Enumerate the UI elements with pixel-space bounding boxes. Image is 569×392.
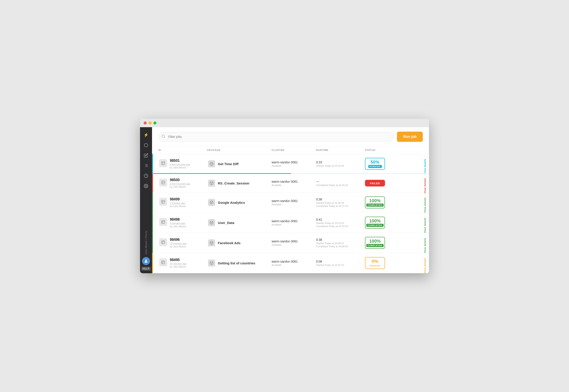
package-cell: Getting list of countries xyxy=(208,259,272,266)
view-details-column: ⋮ View details xyxy=(423,232,427,254)
table-row[interactable]: 98495 32 minutes ago by John Moore Getti… xyxy=(152,253,429,273)
svg-rect-11 xyxy=(162,162,165,165)
more-options-icon[interactable]: ⋮ xyxy=(423,191,427,196)
status-label: COMPLETED xyxy=(366,224,384,227)
job-started: Started Today at 16:06:07 xyxy=(316,242,365,245)
sidebar-item-gear[interactable] xyxy=(142,182,150,190)
maximize-button[interactable] xyxy=(153,121,156,125)
more-options-icon[interactable]: ⋮ xyxy=(423,154,427,157)
package-name: Getting list of countries xyxy=(218,261,255,265)
view-details-column: ⋮ View details xyxy=(423,154,427,175)
help-badge: HELP xyxy=(141,267,151,271)
status-badge: 100% COMPLETED xyxy=(365,196,385,209)
svg-rect-15 xyxy=(162,181,165,184)
status-label: RUNNING xyxy=(368,165,382,168)
more-options-icon[interactable]: ⋮ xyxy=(423,252,427,256)
job-by: by John Moore xyxy=(170,266,186,268)
package-name: Get Time Diff xyxy=(218,162,239,166)
sidebar-item-list[interactable] xyxy=(142,161,150,170)
status-cell: 100% COMPLETED xyxy=(365,217,405,229)
job-id-info: 98498 4 minutes ago by John Moore xyxy=(170,218,186,228)
search-container xyxy=(158,132,393,141)
table-row[interactable]: 98498 4 minutes ago by John Moore User_D… xyxy=(152,213,429,233)
runtime-cell: 0:41 Started Today at 16:14:53 Completed… xyxy=(316,218,365,227)
package-icon xyxy=(208,239,215,246)
svg-rect-19 xyxy=(162,200,165,203)
runtime-cell: --- Completed Today at 16:18:16 xyxy=(316,180,365,186)
package-cell: User_Data xyxy=(208,219,272,226)
status-percent: 50% xyxy=(371,160,379,165)
col-status: STATUS xyxy=(365,149,405,151)
svg-rect-23 xyxy=(162,220,165,224)
runtime-cell: 0:06 Started Today at 15:47:23 xyxy=(316,260,365,266)
status-badge: 0% PENDING xyxy=(365,257,385,269)
search-icon xyxy=(161,134,165,139)
table-row[interactable]: 98501 a few seconds ago by John Moore Ge… xyxy=(152,154,429,174)
view-details-link[interactable]: View details xyxy=(423,196,427,213)
status-cell: 100% COMPLETED xyxy=(365,196,405,209)
run-job-button[interactable]: Run job xyxy=(397,132,423,142)
svg-rect-31 xyxy=(162,261,165,264)
package-icon xyxy=(208,160,215,167)
job-id-number: 98500 xyxy=(170,178,190,182)
svg-point-9 xyxy=(162,135,165,137)
close-button[interactable] xyxy=(144,121,147,125)
job-id-cell: 98500 a few seconds ago by John Moore xyxy=(159,178,208,188)
status-percent: 100% xyxy=(369,198,380,203)
package-name: Facebook Ads xyxy=(218,241,240,245)
sidebar-item-edit[interactable] xyxy=(142,151,150,160)
more-options-icon[interactable]: ⋮ xyxy=(423,211,427,216)
sidebar-item-box[interactable] xyxy=(142,141,150,149)
package-name: User_Data xyxy=(218,221,234,225)
minimize-button[interactable] xyxy=(149,121,151,125)
avatar[interactable] xyxy=(142,257,150,265)
job-id-number: 98499 xyxy=(170,197,186,201)
cluster-cell: warm-sandur-3061 Available xyxy=(272,180,316,186)
runtime-value: 0:33 xyxy=(316,160,365,164)
table-row[interactable]: 98500 a few seconds ago by John Moore RS… xyxy=(152,174,429,193)
more-options-icon[interactable]: ⋮ xyxy=(423,172,427,176)
job-time: 4 minutes ago xyxy=(170,222,186,225)
view-details-column: ⋮ View details xyxy=(423,191,427,213)
cluster-name: warm-sandur-3061 xyxy=(272,219,316,223)
cluster-name: warm-sandur-3061 xyxy=(272,239,316,243)
search-input[interactable] xyxy=(158,132,393,141)
job-time: a few seconds ago xyxy=(170,163,190,166)
package-name: RS_Create_Session xyxy=(218,181,249,185)
view-details-link[interactable]: View details xyxy=(423,217,427,234)
job-icon xyxy=(159,179,167,186)
table-row[interactable]: 98496 13 minutes ago by John Moore Faceb… xyxy=(152,233,429,253)
job-by: by John Moore xyxy=(170,225,186,228)
status-cell: 0% PENDING xyxy=(365,257,405,269)
job-id-cell: 98501 a few seconds ago by John Moore xyxy=(159,159,208,169)
sidebar-item-lightning[interactable]: ⚡ xyxy=(142,131,150,139)
job-by: by John Moore xyxy=(170,166,190,169)
job-started: Started Today at 16:16:39 xyxy=(316,202,365,204)
cluster-name: warm-sandur-3061 xyxy=(272,180,316,183)
cluster-cell: warm-sandur-3061 Available xyxy=(272,160,316,167)
jobs-list: 98501 a few seconds ago by John Moore Ge… xyxy=(152,154,429,273)
job-icon xyxy=(159,218,167,226)
svg-rect-27 xyxy=(162,241,165,244)
job-completed: Completed Today at 16:17:15 xyxy=(316,205,365,207)
table-row[interactable]: 98499 2 minutes ago by John Moore Google… xyxy=(152,193,429,213)
runtime-value: 0:38 xyxy=(316,238,365,241)
svg-line-10 xyxy=(164,137,165,138)
runtime-value: --- xyxy=(316,180,365,183)
status-badge: 100% COMPLETED xyxy=(365,237,385,249)
job-id-info: 98501 a few seconds ago by John Moore xyxy=(170,159,190,169)
status-percent: 100% xyxy=(369,239,380,243)
status-badge: 50% RUNNING xyxy=(365,158,385,170)
more-options-icon[interactable]: ⋮ xyxy=(423,232,427,236)
cluster-status: Available xyxy=(272,165,316,167)
job-id-number: 98495 xyxy=(170,258,186,262)
sidebar-item-clock[interactable] xyxy=(142,172,150,180)
cluster-status: Available xyxy=(272,264,316,266)
cluster-status: Available xyxy=(272,223,316,226)
col-id: ID xyxy=(158,149,207,151)
view-details-link[interactable]: View details xyxy=(423,257,427,273)
user-label: John Moore / Plenty xyxy=(145,231,147,254)
job-started: Started Today at 16:18:49 xyxy=(316,165,365,167)
status-badge: FAILED xyxy=(365,180,385,186)
view-details-link[interactable]: View details xyxy=(423,237,427,254)
